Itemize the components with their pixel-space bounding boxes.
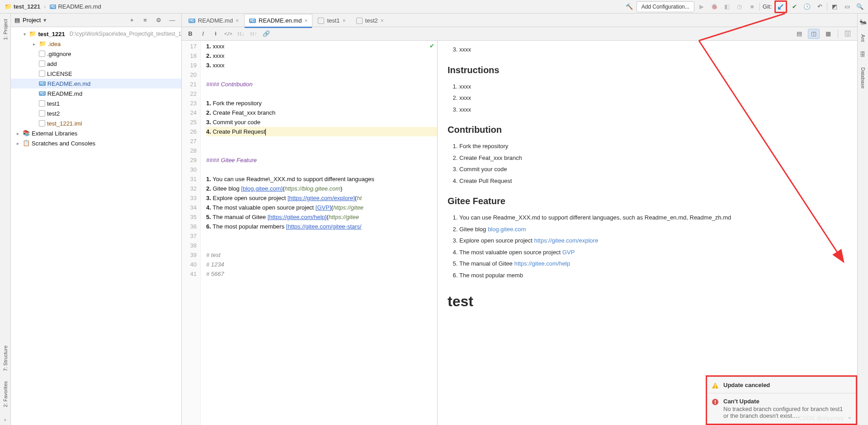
markdown-toolbar: B I I </> H↓ H↑ 🔗 ▤ ◫ ▦ ⿲: [182, 27, 857, 41]
editor-tab[interactable]: MDREADME.md×: [184, 14, 244, 27]
favorites-tool-tab[interactable]: 2: Favorites: [2, 378, 9, 410]
code-line[interactable]: 6. The most popular members [https://git…: [206, 222, 437, 231]
code-line[interactable]: 4. The most valuable open source project…: [206, 203, 437, 212]
italic-icon[interactable]: I: [198, 29, 208, 39]
code-line[interactable]: 1. xxxx: [206, 42, 437, 51]
strike-icon[interactable]: I: [211, 29, 221, 39]
tree-node[interactable]: test2: [11, 108, 181, 118]
code-line[interactable]: [206, 136, 437, 146]
add-configuration-button[interactable]: Add Configuration...: [637, 1, 694, 12]
inspections-ok-icon[interactable]: ✔: [429, 42, 434, 49]
code-line[interactable]: 3. Commit your code: [206, 117, 437, 127]
close-tab-icon[interactable]: ×: [343, 18, 346, 24]
ant-tool-icon[interactable]: 🐜: [858, 16, 868, 27]
breadcrumb-file[interactable]: MD README.en.md: [48, 2, 103, 11]
preview-link[interactable]: GVP: [562, 249, 575, 256]
markdown-icon: MD: [50, 5, 57, 9]
profile-icon[interactable]: ◷: [734, 1, 745, 12]
preview-list-item: Fork the repository: [459, 142, 847, 151]
database-tool-icon[interactable]: 🗄: [858, 49, 868, 60]
close-tab-icon[interactable]: ×: [304, 18, 307, 24]
heading-down-icon[interactable]: H↓: [236, 29, 246, 39]
ide-layout-icon[interactable]: ▭: [842, 1, 853, 12]
tree-node-ext_lib[interactable]: ▸📚External Libraries: [11, 128, 181, 138]
code-line[interactable]: 1. Fork the repository: [206, 98, 437, 108]
preview-link[interactable]: blog.gitee.com: [488, 226, 526, 233]
editor-tab[interactable]: MDREADME.en.md×: [244, 14, 312, 27]
structure-tool-tab[interactable]: 7: Structure: [2, 343, 9, 374]
top-toolbar: 📁 test_1221 › MD README.en.md 🔨 Add Conf…: [0, 0, 868, 14]
project-tree[interactable]: ▾📁test_1221D:\cyp\WorkSpace\idea_Project…: [11, 27, 181, 425]
tree-root[interactable]: ▾📁test_1221D:\cyp\WorkSpace\idea_Project…: [11, 29, 181, 39]
preview-only-view-icon[interactable]: ▦: [822, 29, 834, 39]
editor-tab[interactable]: test1×: [313, 14, 350, 27]
preview-link[interactable]: https://gitee.com/help: [514, 260, 570, 267]
code-line[interactable]: 4. Create Pull Request: [206, 127, 437, 136]
ant-tool-tab[interactable]: Ant: [859, 32, 867, 45]
heading-up-icon[interactable]: H↑: [249, 29, 259, 39]
project-view-dropdown[interactable]: ▾: [43, 17, 47, 23]
git-update-button[interactable]: [774, 0, 787, 13]
close-tab-icon[interactable]: ×: [236, 18, 239, 24]
hide-panel-icon[interactable]: —: [167, 15, 178, 26]
notification-update-canceled[interactable]: Update canceled: [707, 377, 856, 393]
build-hammer-icon[interactable]: 🔨: [624, 1, 635, 12]
link-icon[interactable]: 🔗: [261, 29, 271, 39]
editor-only-view-icon[interactable]: ▤: [793, 29, 805, 39]
debug-icon[interactable]: 🐞: [709, 1, 720, 12]
code-line[interactable]: [206, 70, 437, 79]
coverage-icon[interactable]: ◧: [722, 1, 732, 12]
markdown-icon: MD: [39, 81, 46, 86]
code-line[interactable]: 2. Gitee blog [blog.gitee.com](https://b…: [206, 184, 437, 193]
expand-notification-icon[interactable]: ⌄: [847, 413, 852, 420]
close-tab-icon[interactable]: ×: [381, 18, 384, 24]
tree-node[interactable]: add: [11, 59, 181, 69]
database-tool-tab[interactable]: Database: [859, 65, 867, 91]
code-line[interactable]: #### Gitee Feature: [206, 155, 437, 165]
preview-list-item: xxxx: [459, 93, 847, 103]
bold-icon[interactable]: B: [185, 29, 195, 39]
locate-icon[interactable]: ⌖: [126, 15, 137, 26]
preview-link[interactable]: https://gitee.com/explore: [534, 237, 598, 244]
code-icon[interactable]: </>: [223, 29, 233, 39]
side-by-side-icon[interactable]: ⿲: [842, 29, 854, 39]
search-everywhere-icon[interactable]: 🔍: [854, 1, 865, 12]
git-commit-icon[interactable]: ✔: [789, 1, 800, 12]
tree-node[interactable]: test1: [11, 98, 181, 108]
code-line[interactable]: 3. Explore open source project [https://…: [206, 193, 437, 203]
tree-node[interactable]: MDREADME.md: [11, 89, 181, 98]
code-line[interactable]: #### Contribution: [206, 79, 437, 89]
code-line[interactable]: 2. Create Feat_xxx branch: [206, 108, 437, 117]
git-history-icon[interactable]: 🕓: [802, 1, 812, 12]
run-icon[interactable]: ▶: [696, 1, 707, 12]
editor-tab[interactable]: test2×: [351, 14, 389, 27]
code-line[interactable]: [206, 146, 437, 155]
code-line[interactable]: # 5667: [206, 269, 437, 279]
code-line[interactable]: [206, 165, 437, 174]
tree-node[interactable]: ▸📁.idea: [11, 39, 181, 49]
code-line[interactable]: [206, 241, 437, 250]
breadcrumb-root[interactable]: 📁 test_1221: [3, 2, 42, 11]
tree-node[interactable]: MDREADME.en.md: [11, 79, 181, 89]
tree-node-scratches[interactable]: ▸📋Scratches and Consoles: [11, 138, 181, 148]
project-tool-tab[interactable]: 1: Project: [2, 16, 9, 42]
code-editor[interactable]: 1718192021222324252627282930313233343536…: [182, 41, 438, 425]
tree-node[interactable]: .gitignore: [11, 49, 181, 59]
code-line[interactable]: 1. You can use Readme\_XXX.md to support…: [206, 174, 437, 184]
git-revert-icon[interactable]: ↶: [814, 1, 825, 12]
tree-node[interactable]: LICENSE: [11, 69, 181, 79]
stop-icon[interactable]: ■: [747, 1, 758, 12]
code-line[interactable]: # 1234: [206, 260, 437, 269]
tree-node[interactable]: test_1221.iml: [11, 118, 181, 128]
expand-all-icon[interactable]: ≡: [140, 15, 151, 26]
code-line[interactable]: # test: [206, 250, 437, 260]
gear-icon[interactable]: ⚙: [153, 15, 164, 26]
code-line[interactable]: 2. xxxx: [206, 51, 437, 61]
code-line[interactable]: 5. The manual of Gitee [https://gitee.co…: [206, 212, 437, 222]
tool-window-menu-icon[interactable]: ▫: [0, 414, 11, 425]
code-line[interactable]: [206, 89, 437, 98]
code-line[interactable]: 3. xxxx: [206, 61, 437, 70]
split-view-icon[interactable]: ◫: [808, 29, 820, 39]
code-line[interactable]: [206, 231, 437, 241]
ide-settings-icon[interactable]: ◩: [829, 1, 840, 12]
